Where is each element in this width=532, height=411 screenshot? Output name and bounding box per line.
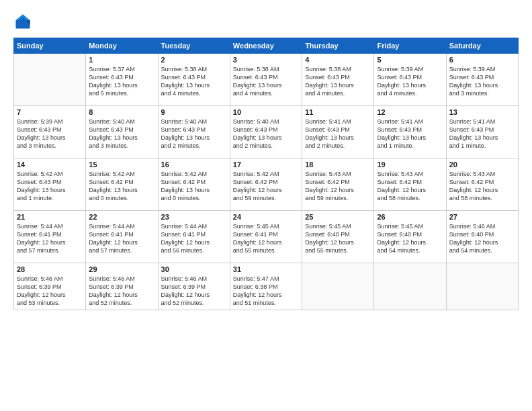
day-number: 20: [449, 161, 515, 169]
day-number: 23: [161, 213, 227, 221]
day-info: Sunrise: 5:41 AMSunset: 6:43 PMDaylight:…: [449, 118, 515, 150]
day-number: 5: [377, 56, 443, 64]
calendar-cell: 5Sunrise: 5:39 AMSunset: 6:43 PMDaylight…: [374, 54, 446, 106]
day-info: Sunrise: 5:42 AMSunset: 6:42 PMDaylight:…: [89, 170, 154, 203]
day-info: Sunrise: 5:38 AMSunset: 6:43 PMDaylight:…: [161, 65, 227, 98]
calendar-cell: [14, 54, 86, 106]
day-number: 31: [233, 265, 299, 273]
calendar-cell: 10Sunrise: 5:40 AMSunset: 6:43 PMDayligh…: [230, 106, 302, 158]
calendar-cell: 20Sunrise: 5:43 AMSunset: 6:42 PMDayligh…: [446, 158, 518, 211]
weekday-header: Tuesday: [158, 38, 230, 54]
calendar-cell: 3Sunrise: 5:38 AMSunset: 6:43 PMDaylight…: [230, 54, 302, 106]
day-info: Sunrise: 5:43 AMSunset: 6:42 PMDaylight:…: [305, 170, 371, 203]
weekday-header: Saturday: [446, 38, 518, 54]
day-info: Sunrise: 5:44 AMSunset: 6:41 PMDaylight:…: [161, 222, 227, 255]
day-info: Sunrise: 5:45 AMSunset: 6:41 PMDaylight:…: [233, 222, 299, 255]
day-number: 26: [377, 213, 443, 221]
calendar-cell: 8Sunrise: 5:40 AMSunset: 6:43 PMDaylight…: [86, 106, 158, 158]
weekday-header: Friday: [374, 38, 446, 54]
day-info: Sunrise: 5:40 AMSunset: 6:43 PMDaylight:…: [161, 118, 227, 150]
calendar-cell: 22Sunrise: 5:44 AMSunset: 6:41 PMDayligh…: [86, 211, 158, 263]
calendar-cell: 29Sunrise: 5:46 AMSunset: 6:39 PMDayligh…: [86, 263, 158, 310]
calendar-week: 28Sunrise: 5:46 AMSunset: 6:39 PMDayligh…: [14, 263, 519, 310]
day-info: Sunrise: 5:40 AMSunset: 6:43 PMDaylight:…: [89, 118, 154, 150]
day-info: Sunrise: 5:39 AMSunset: 6:43 PMDaylight:…: [377, 65, 443, 98]
calendar-cell: 30Sunrise: 5:46 AMSunset: 6:39 PMDayligh…: [158, 263, 230, 310]
page: SundayMondayTuesdayWednesdayThursdayFrid…: [0, 0, 532, 411]
calendar-cell: 11Sunrise: 5:41 AMSunset: 6:43 PMDayligh…: [302, 106, 374, 158]
calendar-cell: 24Sunrise: 5:45 AMSunset: 6:41 PMDayligh…: [230, 211, 302, 263]
calendar-cell: 1Sunrise: 5:37 AMSunset: 6:43 PMDaylight…: [86, 54, 158, 106]
day-info: Sunrise: 5:44 AMSunset: 6:41 PMDaylight:…: [89, 222, 154, 255]
calendar-cell: 12Sunrise: 5:41 AMSunset: 6:43 PMDayligh…: [374, 106, 446, 158]
day-number: 13: [449, 108, 515, 116]
calendar-cell: 21Sunrise: 5:44 AMSunset: 6:41 PMDayligh…: [14, 211, 86, 263]
logo: [13, 12, 35, 31]
day-number: 7: [17, 108, 83, 116]
day-number: 1: [89, 56, 154, 64]
calendar-cell: 9Sunrise: 5:40 AMSunset: 6:43 PMDaylight…: [158, 106, 230, 158]
header: [13, 12, 519, 31]
day-number: 22: [89, 213, 154, 221]
day-info: Sunrise: 5:40 AMSunset: 6:43 PMDaylight:…: [233, 118, 299, 150]
weekday-header: Monday: [86, 38, 158, 54]
calendar-cell: [446, 263, 518, 310]
day-info: Sunrise: 5:41 AMSunset: 6:43 PMDaylight:…: [305, 118, 371, 150]
day-number: 3: [233, 56, 299, 64]
calendar-cell: 2Sunrise: 5:38 AMSunset: 6:43 PMDaylight…: [158, 54, 230, 106]
day-info: Sunrise: 5:46 AMSunset: 6:39 PMDaylight:…: [17, 275, 83, 308]
calendar-cell: 17Sunrise: 5:42 AMSunset: 6:42 PMDayligh…: [230, 158, 302, 211]
day-number: 30: [161, 265, 227, 273]
day-number: 18: [305, 161, 371, 169]
day-number: 2: [161, 56, 227, 64]
day-number: 9: [161, 108, 227, 116]
day-info: Sunrise: 5:38 AMSunset: 6:43 PMDaylight:…: [305, 65, 371, 98]
day-info: Sunrise: 5:46 AMSunset: 6:40 PMDaylight:…: [449, 222, 515, 255]
logo-icon: [13, 12, 32, 31]
day-number: 12: [377, 108, 443, 116]
day-number: 15: [89, 161, 154, 169]
calendar-week: 7Sunrise: 5:39 AMSunset: 6:43 PMDaylight…: [14, 106, 519, 158]
day-number: 8: [89, 108, 154, 116]
day-number: 6: [449, 56, 515, 64]
day-number: 28: [17, 265, 83, 273]
day-info: Sunrise: 5:46 AMSunset: 6:39 PMDaylight:…: [89, 275, 154, 308]
header-row: SundayMondayTuesdayWednesdayThursdayFrid…: [14, 38, 519, 54]
day-info: Sunrise: 5:42 AMSunset: 6:42 PMDaylight:…: [161, 170, 227, 203]
weekday-header: Sunday: [14, 38, 86, 54]
day-info: Sunrise: 5:45 AMSunset: 6:40 PMDaylight:…: [305, 222, 371, 255]
calendar-cell: 27Sunrise: 5:46 AMSunset: 6:40 PMDayligh…: [446, 211, 518, 263]
calendar-cell: 4Sunrise: 5:38 AMSunset: 6:43 PMDaylight…: [302, 54, 374, 106]
calendar-week: 1Sunrise: 5:37 AMSunset: 6:43 PMDaylight…: [14, 54, 519, 106]
calendar-cell: 28Sunrise: 5:46 AMSunset: 6:39 PMDayligh…: [14, 263, 86, 310]
weekday-header: Thursday: [302, 38, 374, 54]
day-info: Sunrise: 5:45 AMSunset: 6:40 PMDaylight:…: [377, 222, 443, 255]
calendar-cell: 26Sunrise: 5:45 AMSunset: 6:40 PMDayligh…: [374, 211, 446, 263]
calendar-cell: 15Sunrise: 5:42 AMSunset: 6:42 PMDayligh…: [86, 158, 158, 211]
calendar-cell: [374, 263, 446, 310]
weekday-header: Wednesday: [230, 38, 302, 54]
calendar-cell: [302, 263, 374, 310]
day-info: Sunrise: 5:37 AMSunset: 6:43 PMDaylight:…: [89, 65, 154, 98]
day-number: 14: [17, 161, 83, 169]
calendar-cell: 18Sunrise: 5:43 AMSunset: 6:42 PMDayligh…: [302, 158, 374, 211]
day-number: 21: [17, 213, 83, 221]
calendar-cell: 13Sunrise: 5:41 AMSunset: 6:43 PMDayligh…: [446, 106, 518, 158]
day-info: Sunrise: 5:43 AMSunset: 6:42 PMDaylight:…: [377, 170, 443, 203]
day-number: 24: [233, 213, 299, 221]
day-info: Sunrise: 5:38 AMSunset: 6:43 PMDaylight:…: [233, 65, 299, 98]
calendar-week: 21Sunrise: 5:44 AMSunset: 6:41 PMDayligh…: [14, 211, 519, 263]
calendar-cell: 16Sunrise: 5:42 AMSunset: 6:42 PMDayligh…: [158, 158, 230, 211]
calendar-cell: 19Sunrise: 5:43 AMSunset: 6:42 PMDayligh…: [374, 158, 446, 211]
day-info: Sunrise: 5:39 AMSunset: 6:43 PMDaylight:…: [449, 65, 515, 98]
calendar-cell: 31Sunrise: 5:47 AMSunset: 6:38 PMDayligh…: [230, 263, 302, 310]
day-number: 10: [233, 108, 299, 116]
day-number: 19: [377, 161, 443, 169]
day-info: Sunrise: 5:42 AMSunset: 6:42 PMDaylight:…: [233, 170, 299, 203]
day-info: Sunrise: 5:39 AMSunset: 6:43 PMDaylight:…: [17, 118, 83, 150]
day-info: Sunrise: 5:41 AMSunset: 6:43 PMDaylight:…: [377, 118, 443, 150]
calendar-cell: 14Sunrise: 5:42 AMSunset: 6:43 PMDayligh…: [14, 158, 86, 211]
day-number: 4: [305, 56, 371, 64]
day-info: Sunrise: 5:47 AMSunset: 6:38 PMDaylight:…: [233, 275, 299, 308]
day-info: Sunrise: 5:42 AMSunset: 6:43 PMDaylight:…: [17, 170, 83, 203]
